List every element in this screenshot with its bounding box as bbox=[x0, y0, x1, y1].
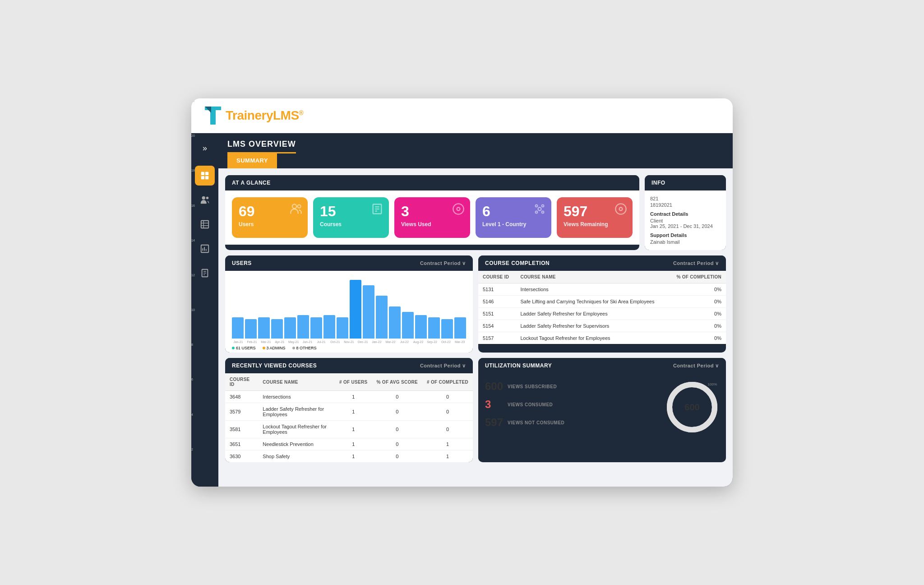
chart-bar bbox=[258, 317, 270, 339]
col-rv-course-id: COURSE ID bbox=[225, 373, 258, 391]
table-row: 3581 Lockout Tagout Refresher for Employ… bbox=[225, 421, 473, 438]
stat-card-courses: 15 Courses bbox=[313, 197, 389, 238]
info-header: INFO bbox=[645, 175, 726, 190]
svg-rect-9 bbox=[201, 221, 209, 228]
content-area: LMS OVERVIEW SUMMARY AT A GLANCE bbox=[218, 133, 733, 487]
svg-rect-5 bbox=[201, 176, 204, 179]
stat-card-level: 6 Level 1 - Country bbox=[476, 197, 551, 238]
stat-card-users: 69 Users bbox=[232, 197, 308, 238]
recently-viewed-header: RECENTLY VIEWED COURSES Contract Period … bbox=[225, 358, 473, 373]
chart-bars bbox=[230, 275, 468, 339]
consumed-label: VIEWS CONSUMED bbox=[508, 402, 553, 407]
main-window: TraineryLMS® » bbox=[191, 98, 733, 487]
sidebar-item-tasks[interactable] bbox=[195, 263, 215, 283]
recently-viewed-panel: RECENTLY VIEWED COURSES Contract Period … bbox=[225, 358, 473, 462]
sidebar-item-building[interactable] bbox=[195, 214, 215, 234]
stats-cards: 69 Users bbox=[232, 197, 633, 238]
page-title: LMS OVERVIEW bbox=[227, 133, 724, 153]
svg-point-7 bbox=[202, 196, 205, 200]
subscribed-label: VIEWS SUBSCRIBED bbox=[508, 384, 557, 389]
col-course-id: COURSE ID bbox=[478, 271, 516, 283]
cell-completion-pct: 0% bbox=[669, 283, 726, 296]
at-a-glance-body: 69 Users bbox=[225, 190, 639, 245]
chart-bar bbox=[323, 315, 335, 339]
chart-wrapper: 22 20 18 16 14 12 10 8 6 4 bbox=[230, 275, 468, 350]
cell-rv-completed: 0 bbox=[422, 403, 473, 421]
chart-x-label: Sep-22 bbox=[426, 340, 439, 344]
at-a-glance-header: AT A GLANCE bbox=[225, 175, 639, 190]
sidebar-toggle[interactable]: » bbox=[199, 140, 211, 157]
cell-completion-pct: 0% bbox=[669, 332, 726, 344]
svg-point-27 bbox=[453, 204, 463, 214]
chart-bar bbox=[297, 315, 309, 339]
chart-x-label: Jul-21 bbox=[315, 340, 328, 344]
chart-bar bbox=[310, 317, 322, 339]
table-row: 3648 Intersections 1 0 0 bbox=[225, 391, 473, 403]
info-date-range: Jan 25, 2021 - Dec 31, 2024 bbox=[650, 223, 721, 229]
svg-point-21 bbox=[292, 204, 296, 209]
logo-header: TraineryLMS® bbox=[191, 98, 733, 133]
donut-center-value: 600 bbox=[684, 402, 699, 413]
recently-viewed-body: COURSE ID COURSE NAME # OF USERS % OF AV… bbox=[225, 373, 473, 462]
chart-bar bbox=[337, 317, 348, 339]
cell-rv-name: Needlestick Prevention bbox=[258, 438, 335, 450]
bottom-row: RECENTLY VIEWED COURSES Contract Period … bbox=[225, 358, 726, 462]
info-body: 821 18192021 Contract Details Client Jan… bbox=[645, 190, 726, 250]
table-row: 5154 Ladder Safety Refresher for Supervi… bbox=[478, 320, 726, 332]
table-header-row: COURSE ID COURSE NAME % OF COMPLETION bbox=[478, 271, 726, 283]
chart-x-label: Mar-22 bbox=[384, 340, 397, 344]
info-id2: 18192021 bbox=[650, 202, 721, 208]
course-completion-header: COURSE COMPLETION Contract Period ∨ bbox=[478, 255, 726, 271]
users-chart-body: 22 20 18 16 14 12 10 8 6 4 bbox=[225, 271, 473, 353]
sidebar: » bbox=[191, 133, 218, 487]
middle-row: USERS Contract Period ∨ 22 20 18 16 bbox=[225, 255, 726, 353]
chart-x-label: Mar-21 bbox=[259, 340, 272, 344]
chart-bar bbox=[245, 319, 257, 339]
donut-chart: 100% 600 bbox=[665, 380, 719, 434]
svg-point-35 bbox=[619, 208, 623, 211]
utilization-panel: UTILIZATION SUMMARY Contract Period ∨ 60… bbox=[478, 358, 726, 462]
course-completion-panel: COURSE COMPLETION Contract Period ∨ COUR… bbox=[478, 255, 726, 353]
recently-period-selector[interactable]: Contract Period ∨ bbox=[420, 363, 466, 369]
cell-rv-completed: 0 bbox=[422, 391, 473, 403]
chart-bar bbox=[389, 306, 401, 339]
support-details-label: Support Details bbox=[650, 232, 721, 238]
chart-x-label: Jul-22 bbox=[398, 340, 411, 344]
clipboard-icon bbox=[200, 268, 210, 278]
users-icon bbox=[200, 195, 210, 205]
cell-rv-completed: 1 bbox=[422, 438, 473, 450]
util-consumed: 3 VIEWS CONSUMED bbox=[485, 398, 656, 411]
cell-course-name: Intersections bbox=[516, 283, 668, 296]
level-card-icon bbox=[533, 203, 546, 218]
table-row: 5157 Lockout Tagout Refresher for Employ… bbox=[478, 332, 726, 344]
legend-dot-others bbox=[292, 347, 295, 349]
col-rv-completed: # OF COMPLETED bbox=[422, 373, 473, 391]
sidebar-item-users[interactable] bbox=[195, 190, 215, 210]
sidebar-item-reports[interactable] bbox=[195, 239, 215, 259]
svg-rect-3 bbox=[201, 172, 204, 175]
chart-bar bbox=[428, 317, 440, 339]
chart-x-label: Jun-21 bbox=[301, 340, 314, 344]
at-a-glance-panel: AT A GLANCE 69 Users bbox=[225, 175, 639, 250]
sidebar-item-dashboard[interactable] bbox=[195, 166, 215, 186]
svg-point-32 bbox=[536, 211, 538, 214]
dashboard: AT A GLANCE 69 Users bbox=[218, 168, 733, 487]
info-client-label: Client bbox=[650, 218, 721, 223]
tab-summary[interactable]: SUMMARY bbox=[227, 153, 277, 168]
users-period-selector[interactable]: Contract Period ∨ bbox=[420, 260, 466, 266]
svg-point-8 bbox=[206, 197, 209, 200]
info-id1: 821 bbox=[650, 196, 721, 201]
chart-x-label: Jan-21 bbox=[232, 340, 245, 344]
cell-course-name: Safe Lifting and Carrying Techniques for… bbox=[516, 296, 668, 308]
stat-card-views-used: 3 Views Used bbox=[394, 197, 470, 238]
cell-rv-users: 1 bbox=[335, 403, 372, 421]
chart-bar bbox=[415, 315, 427, 339]
chart-inner: Jan-21Feb-21Mar-21Apr-21May-21Jun-21Jul-… bbox=[230, 275, 468, 350]
col-course-name: COURSE NAME bbox=[516, 271, 668, 283]
completion-period-selector[interactable]: Contract Period ∨ bbox=[673, 260, 719, 266]
svg-point-33 bbox=[542, 211, 544, 214]
contract-details-label: Contract Details bbox=[650, 211, 721, 217]
cell-rv-name: Shop Safety bbox=[258, 450, 335, 463]
stat-card-views-remaining: 597 Views Remaining bbox=[557, 197, 633, 238]
utilization-period-selector[interactable]: Contract Period ∨ bbox=[673, 363, 719, 369]
